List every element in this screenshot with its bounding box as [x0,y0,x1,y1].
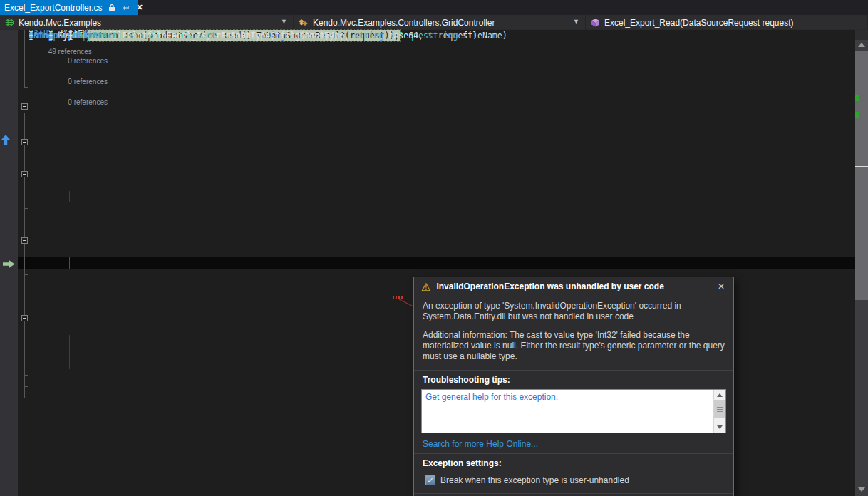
method-icon [591,18,600,27]
codelens-references[interactable]: 0 references [0,98,855,107]
break-checkbox[interactable]: ✓ [425,475,435,485]
code-line [0,66,855,77]
type-dropdown[interactable]: Kendo.Mvc.Examples.Controllers.GridContr… [294,15,586,30]
tips-scrollbar[interactable] [713,390,725,433]
project-dropdown-label: Kendo.Mvc.Examples [19,18,101,28]
warning-icon: ⚠ [421,281,430,292]
collapse-toggle[interactable] [21,315,28,321]
scroll-down-arrow[interactable] [858,487,865,492]
caret-position-mark [855,166,868,167]
project-icon [5,18,14,27]
change-mark [855,112,859,118]
break-checkbox-label: Break when this exception type is user-u… [440,475,629,485]
break-checkbox-row: ✓ Break when this exception type is user… [414,471,733,485]
general-help-link[interactable]: Get general help for this exception. [425,392,558,402]
tab-strip: Excel_ExportController.cs ✕ [0,0,868,15]
collapse-toggle[interactable] [21,139,28,145]
pin-icon[interactable] [122,4,130,11]
chevron-down-icon[interactable]: ▼ [573,18,579,25]
code-line [0,107,855,118]
type-dropdown-label: Kendo.Mvc.Examples.Controllers.GridContr… [313,18,495,28]
tab-excel-exportcontroller[interactable]: Excel_ExportController.cs ✕ [0,0,138,15]
class-icon [299,19,309,27]
collapse-toggle[interactable] [21,171,28,177]
collapse-toggle[interactable] [21,237,28,244]
indent-guide [69,257,70,269]
scrollbar-thumb[interactable] [714,400,725,418]
troubleshooting-tips-box[interactable]: Get general help for this exception. [421,389,726,433]
troubleshooting-tips-label: Troubleshooting tips: [414,371,733,388]
code-line [0,86,855,98]
code-lines: using System.Web.Mvc;using Kendo.Mvc.Exa… [0,30,855,118]
indent-guide [69,191,70,202]
lock-icon [108,4,115,11]
current-statement-arrow-icon [3,259,15,272]
codelens-references[interactable]: 0 references [0,77,855,86]
divider [414,493,733,494]
vs-editor-window: Excel_ExportController.cs ✕ Kendo.Mvc.Ex… [0,0,868,496]
editor-vertical-scrollbar[interactable] [855,30,868,496]
search-help-online-link[interactable]: Search for more Help Online... [414,433,733,453]
exception-popup-title: InvalidOperationException was unhandled … [436,281,715,291]
close-icon[interactable]: ✕ [136,3,143,12]
exception-popup-body: An exception of type 'System.InvalidOper… [414,296,733,362]
member-dropdown[interactable]: Excel_Export_Read(DataSourceRequest requ… [586,15,868,30]
outline-tick [24,386,28,387]
exception-settings-label: Exception settings: [414,454,733,471]
member-dropdown-label: Excel_Export_Read(DataSourceRequest requ… [604,18,793,28]
tab-title: Excel_ExportController.cs [4,3,102,13]
codelens-references[interactable]: 0 references [0,56,855,66]
close-icon[interactable]: ✕ [716,281,726,291]
scrollbar-thumb[interactable] [855,51,868,300]
outline-tick [24,274,28,275]
exception-message: An exception of type 'System.InvalidOper… [423,301,725,322]
chevron-down-icon[interactable]: ▼ [281,18,287,25]
exception-additional-info: Additional information: The cast to valu… [423,330,725,362]
change-mark [855,95,859,101]
exception-popup: ⚠ InvalidOperationException was unhandle… [413,277,734,496]
outline-guide [24,113,25,398]
scroll-up-arrow[interactable] [858,43,865,47]
navigation-bar: Kendo.Mvc.Examples ▼ Kendo.Mvc.Examples.… [0,15,868,30]
outline-tick [24,398,28,398]
exception-popup-header: ⚠ InvalidOperationException was unhandle… [414,277,733,296]
outline-tick [24,375,28,376]
outline-tick [24,208,28,209]
scroll-up-arrow[interactable] [717,393,723,397]
scroll-down-arrow[interactable] [717,425,723,429]
code-line: } [0,30,842,41]
navigate-up-arrow-icon [1,135,10,149]
codelens-references[interactable]: 49 references [0,47,855,56]
exception-line-row [18,257,855,269]
splitter-handle-icon[interactable] [855,30,868,40]
indent-guide [69,335,70,369]
project-dropdown[interactable]: Kendo.Mvc.Examples ▼ [0,15,294,30]
